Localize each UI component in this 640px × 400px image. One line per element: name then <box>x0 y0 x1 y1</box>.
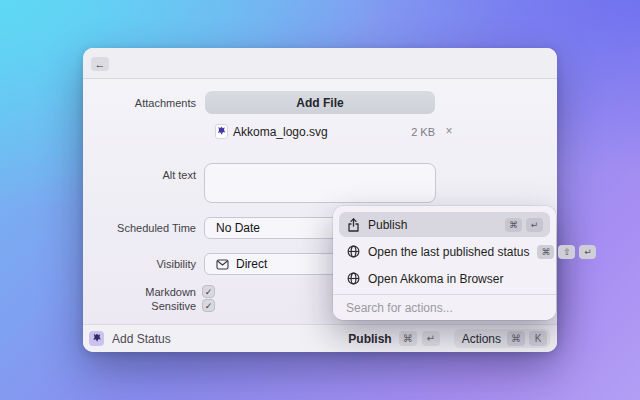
cmd-key-badge: ⌘ <box>505 218 522 232</box>
attachments-label: Attachments <box>83 96 196 110</box>
palette-item-publish[interactable]: Publish ⌘ ↵ <box>339 212 550 237</box>
statusbar-actions: Publish ⌘ ↵ Actions ⌘ K <box>348 329 550 348</box>
visibility-label: Visibility <box>83 257 196 271</box>
sensitive-label: Sensitive <box>83 299 196 313</box>
attachment-filesize: 2 KB <box>395 126 435 138</box>
globe-icon <box>346 272 360 286</box>
actions-button[interactable]: Actions ⌘ K <box>454 329 550 348</box>
upload-icon <box>346 218 360 232</box>
shortcut-keys: ⌘ ↵ <box>505 218 543 232</box>
scheduled-time-label: Scheduled Time <box>83 221 196 235</box>
window-mode-label: Add Status <box>112 332 171 346</box>
return-key-badge: ↵ <box>526 218 543 232</box>
return-key-badge: ↵ <box>579 245 596 259</box>
compose-window: ← Attachments Add File Akkoma_logo.svg 2… <box>83 48 557 352</box>
alt-text-label: Alt text <box>83 168 196 182</box>
command-palette: Publish ⌘ ↵ Open the last published stat… <box>333 206 556 320</box>
titlebar: ← <box>83 48 557 79</box>
palette-item-open-in-browser[interactable]: Open Akkoma in Browser <box>339 266 550 291</box>
palette-item-label: Open the last published status <box>368 245 529 259</box>
cmd-key-badge: ⌘ <box>537 245 554 259</box>
shift-key-badge: ⇧ <box>558 245 575 259</box>
palette-search-input[interactable] <box>346 301 543 315</box>
check-icon: ✓ <box>205 301 213 311</box>
attachment-row: Akkoma_logo.svg 2 KB × <box>205 123 547 141</box>
envelope-icon <box>216 259 229 270</box>
sensitive-checkbox[interactable]: ✓ <box>202 299 215 312</box>
akkoma-file-icon <box>215 124 228 139</box>
check-icon: ✓ <box>205 287 213 297</box>
k-key-badge: K <box>529 331 547 346</box>
globe-icon <box>346 245 360 259</box>
shortcut-keys: ⌘ ⇧ ↵ <box>537 245 596 259</box>
palette-item-open-last-published[interactable]: Open the last published status ⌘ ⇧ ↵ <box>339 239 550 264</box>
status-bar: Add Status Publish ⌘ ↵ Actions ⌘ K <box>83 324 557 352</box>
close-icon: × <box>445 124 452 138</box>
akkoma-app-icon <box>89 331 104 346</box>
markdown-checkbox[interactable]: ✓ <box>202 285 215 298</box>
markdown-label: Markdown <box>83 285 196 299</box>
visibility-value: Direct <box>236 257 267 271</box>
scheduled-time-value: No Date <box>216 221 260 235</box>
actions-label: Actions <box>462 332 501 346</box>
palette-item-label: Open Akkoma in Browser <box>368 272 503 286</box>
back-button[interactable]: ← <box>91 57 109 71</box>
cmd-key-badge: ⌘ <box>399 331 417 346</box>
add-file-button[interactable]: Add File <box>205 91 435 114</box>
cmd-key-badge: ⌘ <box>507 331 525 346</box>
alt-text-input[interactable] <box>204 163 436 203</box>
back-arrow-icon: ← <box>95 58 106 70</box>
publish-button[interactable]: Publish <box>348 332 391 346</box>
palette-search-row <box>333 294 556 321</box>
palette-item-label: Publish <box>368 218 407 232</box>
attachment-filename: Akkoma_logo.svg <box>233 125 328 139</box>
return-key-badge: ↵ <box>422 331 440 346</box>
desktop-background: ← Attachments Add File Akkoma_logo.svg 2… <box>0 0 640 400</box>
remove-attachment-button[interactable]: × <box>441 123 457 139</box>
